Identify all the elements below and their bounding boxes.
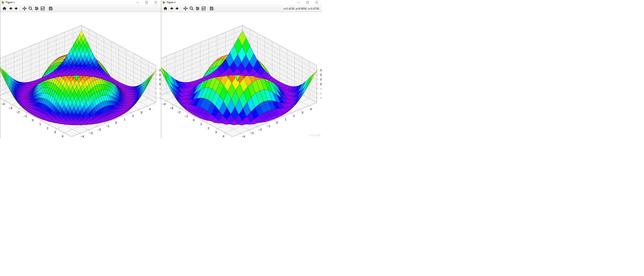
svg-text:−4: −4 [162, 102, 166, 106]
svg-line-1687 [56, 129, 57, 130]
maximize-button[interactable] [303, 0, 312, 5]
svg-text:4: 4 [149, 107, 151, 111]
svg-text:0.00: 0.00 [159, 82, 161, 86]
svg-text:3: 3 [54, 130, 56, 134]
svg-text:0: 0 [276, 121, 278, 124]
svg-text:0: 0 [193, 118, 194, 122]
svg-line-2224 [283, 116, 284, 117]
svg-text:−2: −2 [177, 110, 180, 114]
svg-line-2210 [216, 129, 218, 130]
svg-line-1685 [48, 125, 49, 126]
svg-text:0.25: 0.25 [320, 78, 322, 81]
edit-button[interactable] [40, 6, 46, 12]
back-button[interactable] [168, 6, 174, 12]
edit-button[interactable] [200, 6, 206, 12]
svg-line-2226 [292, 113, 293, 114]
svg-text:−2: −2 [258, 128, 262, 131]
configure-button[interactable] [34, 6, 40, 12]
close-button[interactable] [151, 0, 160, 5]
svg-text:1: 1 [200, 122, 202, 126]
svg-text:−3: −3 [170, 106, 173, 110]
svg-line-1705 [139, 110, 140, 110]
plot-canvas-2[interactable]: −4−3−2−101234−4−3−2−101234−0.75−0.50−0.2… [161, 12, 322, 138]
svg-text:1: 1 [124, 118, 125, 121]
svg-line-1703 [130, 113, 132, 114]
titlebar[interactable]: Figure 1 [0, 0, 161, 5]
svg-text:2: 2 [293, 114, 295, 118]
svg-text:0: 0 [115, 121, 117, 124]
svg-line-1689 [63, 133, 64, 134]
svg-text:3: 3 [215, 130, 217, 134]
svg-text:−0.50: −0.50 [320, 92, 322, 95]
svg-line-1673 [4, 100, 5, 102]
toolbar: x=1.4233, y=5.8001, z=1.6736 [161, 5, 322, 12]
svg-text:3: 3 [302, 111, 303, 114]
zoom-button[interactable] [188, 6, 194, 12]
svg-text:−3: −3 [89, 131, 92, 134]
home-button[interactable] [162, 6, 168, 12]
forward-button[interactable] [174, 6, 180, 12]
svg-line-2216 [249, 130, 250, 131]
svg-point-7 [36, 9, 36, 10]
maximize-button[interactable] [142, 0, 151, 5]
svg-line-2204 [194, 117, 195, 118]
pan-button[interactable] [22, 6, 28, 12]
svg-line-2220 [266, 123, 268, 124]
minimize-button[interactable] [133, 0, 142, 5]
svg-rect-1732 [211, 7, 212, 8]
configure-button[interactable] [194, 6, 200, 12]
svg-point-5 [36, 7, 36, 8]
svg-line-2206 [202, 121, 203, 122]
figure-window-1: Figure 1 [0, 0, 161, 138]
svg-text:−1: −1 [267, 124, 270, 128]
svg-text:−3: −3 [250, 131, 254, 134]
svg-point-1730 [197, 9, 198, 10]
figure-window-2: Figure 2 [161, 0, 322, 138]
plot-canvas-1[interactable]: −4−3−2−101234−4−3−2−101234−0.75−0.50−0.2… [0, 12, 161, 138]
svg-line-1701 [122, 116, 123, 117]
svg-text:−1: −1 [106, 124, 110, 128]
svg-text:4: 4 [310, 107, 312, 111]
svg-text:0.75: 0.75 [320, 68, 322, 72]
svg-rect-9 [50, 7, 51, 8]
svg-text:1: 1 [40, 122, 41, 126]
svg-line-1693 [88, 130, 90, 131]
svg-text:−0.75: −0.75 [320, 96, 322, 100]
svg-text:4: 4 [62, 134, 63, 138]
back-button[interactable] [8, 6, 14, 12]
forward-button[interactable] [14, 6, 20, 12]
app-icon [2, 1, 5, 4]
minimize-button[interactable] [294, 0, 303, 5]
svg-line-2214 [241, 133, 242, 134]
svg-rect-10 [50, 9, 52, 10]
svg-rect-3 [146, 2, 148, 4]
save-button[interactable] [48, 6, 54, 12]
home-button[interactable] [2, 6, 8, 12]
titlebar[interactable]: Figure 2 [161, 0, 322, 5]
svg-point-6 [37, 8, 38, 9]
svg-text:−1: −1 [24, 114, 27, 118]
svg-text:−0.75: −0.75 [159, 96, 161, 100]
svg-line-1691 [80, 133, 81, 134]
svg-text:−0.25: −0.25 [159, 87, 161, 90]
svg-point-1725 [163, 2, 165, 4]
svg-text:−4: −4 [81, 134, 84, 138]
save-button[interactable] [209, 6, 215, 12]
svg-text:−0.25: −0.25 [320, 87, 322, 90]
pan-button[interactable] [182, 6, 188, 12]
svg-point-2 [2, 2, 4, 4]
svg-line-2230 [308, 106, 310, 107]
zoom-button[interactable] [28, 6, 34, 12]
svg-text:−4: −4 [242, 134, 245, 138]
app-icon [162, 1, 166, 4]
window-title: Figure 1 [6, 1, 15, 4]
svg-line-1697 [105, 123, 106, 124]
close-button[interactable] [312, 0, 321, 5]
svg-point-1728 [196, 7, 197, 8]
window-title: Figure 2 [167, 1, 176, 4]
svg-line-1681 [33, 117, 34, 118]
svg-line-1679 [26, 113, 27, 114]
svg-point-1727 [190, 7, 192, 10]
svg-line-2212 [224, 133, 225, 134]
svg-rect-1726 [306, 2, 308, 4]
